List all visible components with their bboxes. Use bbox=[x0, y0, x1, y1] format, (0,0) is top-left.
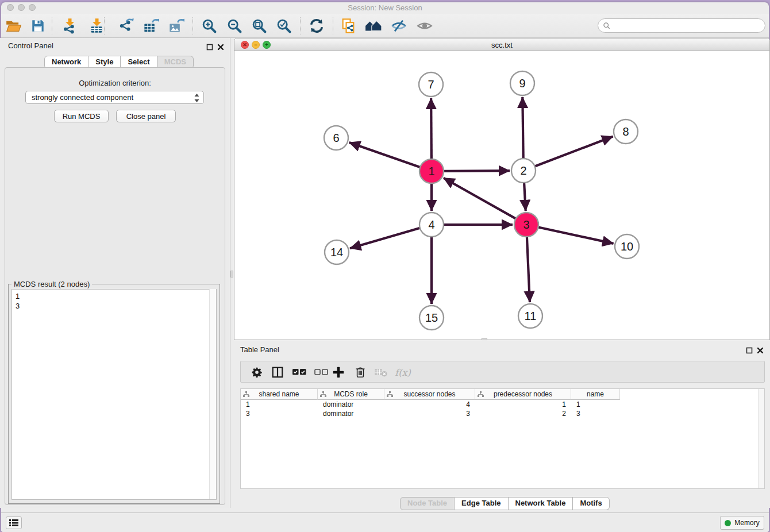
export-table-icon[interactable] bbox=[141, 16, 161, 36]
search-icon bbox=[603, 22, 610, 29]
column-header-label: shared name bbox=[259, 390, 299, 398]
vertical-splitter-handle[interactable] bbox=[230, 271, 233, 277]
run-mcds-button[interactable]: Run MCDS bbox=[54, 110, 109, 122]
graph-edge-1-7[interactable] bbox=[431, 98, 432, 160]
cell-predecessor-nodes[interactable]: 2 bbox=[475, 409, 571, 418]
graph-node-label-4: 4 bbox=[428, 218, 434, 231]
add-column-icon[interactable] bbox=[329, 363, 348, 381]
function-builder-icon[interactable]: f(x) bbox=[394, 363, 412, 381]
tab-network-table[interactable]: Network Table bbox=[509, 497, 573, 510]
new-network-from-selection-icon[interactable] bbox=[338, 16, 358, 36]
network-canvas[interactable]: 7968124314101511 bbox=[234, 51, 769, 340]
mcds-result-groupbox: MCDS result (2 nodes) 1 3 bbox=[8, 284, 220, 504]
criterion-select[interactable]: strongly connected component bbox=[25, 91, 204, 104]
graph-node-label-11: 11 bbox=[525, 310, 537, 322]
open-folder-icon[interactable] bbox=[4, 16, 24, 36]
zoom-in-icon[interactable] bbox=[199, 16, 219, 36]
tab-node-table[interactable]: Node Table bbox=[400, 497, 455, 510]
fx-label: f(x) bbox=[395, 367, 410, 378]
delete-table-icon[interactable] bbox=[372, 363, 390, 381]
zoom-fit-icon[interactable] bbox=[249, 16, 269, 36]
control-panel: Control Panel NetworkStyleSelectMCDS Opt… bbox=[0, 38, 230, 508]
show-column-icon[interactable] bbox=[268, 363, 287, 381]
tab-motifs[interactable]: Motifs bbox=[573, 497, 609, 510]
graph-node-label-8: 8 bbox=[622, 125, 629, 138]
graph-node-label-3: 3 bbox=[523, 218, 529, 231]
houses-icon[interactable] bbox=[364, 16, 383, 36]
export-image-icon[interactable] bbox=[167, 16, 186, 36]
mcds-result-title: MCDS result (2 nodes) bbox=[11, 280, 92, 288]
select-all-checks-icon[interactable] bbox=[290, 363, 309, 381]
memory-button[interactable]: Memory bbox=[720, 516, 764, 530]
graph-edge-1-6[interactable] bbox=[349, 142, 421, 168]
save-icon[interactable] bbox=[28, 16, 48, 36]
search-input[interactable] bbox=[613, 21, 765, 30]
graph-edge-3-11[interactable] bbox=[527, 236, 530, 302]
cell-successor-nodes[interactable]: 4 bbox=[384, 400, 475, 409]
table-row[interactable]: 1dominator411 bbox=[241, 400, 620, 409]
cell-name[interactable]: 3 bbox=[571, 409, 620, 418]
graph-edge-3-10[interactable] bbox=[537, 227, 614, 244]
table-float-panel-icon[interactable] bbox=[746, 346, 753, 356]
cell-successor-nodes[interactable]: 3 bbox=[384, 409, 475, 418]
zoom-out-icon[interactable] bbox=[225, 16, 244, 36]
graph-node-label-14: 14 bbox=[330, 246, 343, 259]
network-title: scc.txt bbox=[234, 41, 769, 49]
graph-node-label-6: 6 bbox=[333, 132, 339, 144]
cell-predecessor-nodes[interactable]: 1 bbox=[475, 400, 571, 409]
cell-shared-name[interactable]: 3 bbox=[241, 409, 318, 418]
cell-name[interactable]: 1 bbox=[571, 400, 620, 409]
graph-node-label-10: 10 bbox=[621, 240, 633, 253]
graph-edge-2-8[interactable] bbox=[534, 137, 613, 167]
control-panel-title: Control Panel bbox=[8, 41, 53, 50]
task-history-button[interactable] bbox=[6, 516, 22, 529]
table-row[interactable]: 3dominator323 bbox=[241, 409, 620, 418]
search-box[interactable] bbox=[598, 18, 765, 33]
table-close-panel-icon[interactable] bbox=[757, 346, 764, 356]
eye-slash-icon[interactable] bbox=[389, 16, 409, 36]
float-panel-icon[interactable] bbox=[206, 43, 213, 53]
eye-icon[interactable] bbox=[415, 16, 434, 36]
deselect-all-checks-icon[interactable] bbox=[312, 363, 330, 381]
column-header-shared-name[interactable]: shared name bbox=[241, 389, 318, 400]
cell-shared-name[interactable]: 1 bbox=[241, 400, 318, 409]
column-header-name[interactable]: name bbox=[571, 389, 620, 400]
tab-edge-table[interactable]: Edge Table bbox=[455, 497, 508, 510]
column-header-predecessor-nodes[interactable]: predecessor nodes bbox=[475, 389, 571, 400]
cell-MCDS-role[interactable]: dominator bbox=[318, 400, 384, 409]
graph-edge-2-9[interactable] bbox=[522, 97, 523, 160]
export-network-icon[interactable] bbox=[117, 16, 136, 36]
table-panel-title: Table Panel bbox=[240, 345, 279, 354]
network-graph: 7968124314101511 bbox=[234, 51, 769, 340]
table-scrollbar[interactable] bbox=[758, 389, 764, 488]
import-network-icon[interactable] bbox=[60, 16, 79, 36]
memory-status-dot bbox=[725, 520, 731, 526]
network-titlebar: ✕ − + scc.txt bbox=[234, 38, 769, 51]
result-scrollbar[interactable] bbox=[209, 289, 216, 499]
delete-column-icon[interactable] bbox=[351, 363, 369, 381]
graph-edge-3-1[interactable] bbox=[444, 178, 517, 219]
import-table-icon[interactable] bbox=[87, 16, 106, 36]
close-panel-button[interactable]: Close panel bbox=[116, 110, 176, 122]
graph-node-label-1: 1 bbox=[428, 165, 434, 178]
network-window: ✕ − + scc.txt 7968124314101511 bbox=[234, 38, 770, 340]
main-toolbar bbox=[1, 14, 769, 38]
close-panel-icon[interactable] bbox=[217, 43, 224, 53]
mcds-result-list[interactable]: 1 3 bbox=[11, 289, 217, 500]
graph-edge-1-2[interactable] bbox=[442, 171, 510, 171]
cell-MCDS-role[interactable]: dominator bbox=[318, 409, 384, 418]
refresh-icon[interactable] bbox=[307, 16, 326, 36]
status-bar: Memory bbox=[1, 512, 769, 532]
settings-gear-icon[interactable] bbox=[248, 363, 266, 381]
graph-node-label-7: 7 bbox=[428, 78, 434, 91]
graph-edge-2-3[interactable] bbox=[524, 182, 526, 211]
optimization-criterion-label: Optimization criterion: bbox=[0, 79, 230, 87]
zoom-selected-icon[interactable] bbox=[274, 16, 294, 36]
graph-node-label-9: 9 bbox=[519, 77, 525, 90]
table-toolbar: f(x) bbox=[240, 361, 765, 383]
column-header-successor-nodes[interactable]: successor nodes bbox=[384, 389, 475, 400]
node-table: shared nameMCDS rolesuccessor nodesprede… bbox=[240, 388, 765, 489]
column-header-label: name bbox=[587, 390, 604, 398]
column-header-MCDS-role[interactable]: MCDS role bbox=[318, 389, 384, 400]
graph-edge-4-14[interactable] bbox=[350, 228, 421, 248]
